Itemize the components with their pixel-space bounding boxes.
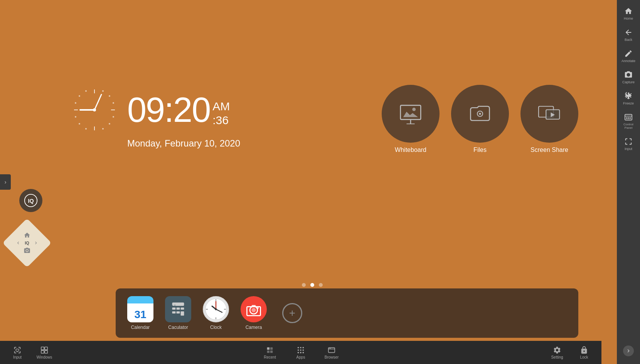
diamond-left-icon bbox=[15, 240, 21, 246]
sidebar-back[interactable]: Back bbox=[618, 25, 639, 45]
svg-point-42 bbox=[215, 308, 217, 310]
right-sidebar: Home Back Annotate Capture Freeze bbox=[617, 0, 640, 364]
sidebar-capture-icon bbox=[624, 71, 633, 79]
diamond-home-icon bbox=[24, 232, 30, 239]
svg-point-15 bbox=[75, 102, 76, 104]
iq-diamond-widget[interactable]: IQ bbox=[8, 224, 46, 262]
camera-icon bbox=[245, 301, 262, 318]
svg-point-12 bbox=[85, 128, 87, 130]
sidebar-annotate[interactable]: Annotate bbox=[618, 46, 639, 66]
svg-rect-34 bbox=[172, 312, 176, 314]
sidebar-control-panel[interactable]: Control Panel bbox=[618, 110, 639, 133]
dock-input[interactable]: Input bbox=[8, 346, 27, 359]
sidebar-control-panel-icon bbox=[624, 113, 633, 121]
dock-lock-label: Lock bbox=[580, 355, 588, 359]
dock-windows-icon bbox=[40, 346, 49, 354]
sidebar-freeze-icon bbox=[624, 92, 633, 100]
svg-point-20 bbox=[93, 108, 96, 111]
dock-recent-icon bbox=[266, 346, 274, 354]
svg-point-17 bbox=[85, 90, 87, 92]
bottom-dock: Input Windows bbox=[0, 341, 601, 364]
dot-2[interactable] bbox=[319, 283, 323, 287]
clock-date: Monday, February 10, 2020 bbox=[127, 138, 240, 149]
sidebar-input[interactable]: Input bbox=[618, 134, 639, 154]
calculator-app[interactable]: - = Caculator bbox=[165, 296, 191, 330]
dock-lock-icon bbox=[580, 346, 588, 354]
dock-browser-icon bbox=[327, 346, 336, 354]
dock-windows-label: Windows bbox=[37, 355, 52, 359]
iq-logo-button[interactable]: IQ bbox=[19, 189, 42, 212]
calendar-app[interactable]: 31 Calendar bbox=[127, 296, 153, 330]
sidebar-input-label: Input bbox=[625, 147, 632, 151]
svg-point-62 bbox=[303, 347, 304, 348]
svg-point-26 bbox=[479, 113, 481, 115]
sidebar-freeze-label: Freeze bbox=[623, 101, 634, 105]
dock-setting[interactable]: Setting bbox=[547, 346, 567, 359]
dock-windows[interactable]: Windows bbox=[35, 346, 54, 359]
svg-point-60 bbox=[298, 347, 299, 348]
apps-tray: 31 Calendar - = Caculator bbox=[116, 288, 578, 338]
dock-apps[interactable]: Apps bbox=[291, 346, 310, 359]
sidebar-home-icon bbox=[624, 7, 633, 15]
dock-input-icon bbox=[13, 346, 22, 354]
svg-rect-33 bbox=[181, 308, 184, 310]
svg-point-14 bbox=[75, 116, 76, 118]
files-icon bbox=[467, 100, 493, 127]
svg-rect-32 bbox=[177, 308, 180, 310]
sidebar-home[interactable]: Home bbox=[618, 4, 639, 24]
svg-rect-52 bbox=[41, 347, 44, 349]
whiteboard-icon bbox=[397, 100, 424, 127]
sidebar-expand-bottom[interactable] bbox=[623, 345, 634, 356]
sidebar-annotate-label: Annotate bbox=[621, 59, 635, 63]
sidebar-freeze[interactable]: Freeze bbox=[618, 89, 639, 108]
screen-share-app[interactable]: Screen Share bbox=[520, 85, 578, 153]
clock-app[interactable]: Clock bbox=[203, 296, 229, 330]
svg-rect-76 bbox=[628, 117, 629, 119]
diamond-right-icon bbox=[33, 240, 39, 246]
svg-point-6 bbox=[102, 90, 104, 92]
dock-apps-icon bbox=[296, 346, 305, 354]
sidebar-back-icon bbox=[624, 28, 633, 37]
dock-browser-label: Browser bbox=[325, 355, 339, 359]
calculator-label: Caculator bbox=[168, 325, 188, 330]
chevron-right-icon bbox=[625, 348, 632, 354]
svg-point-13 bbox=[79, 123, 80, 125]
sidebar-control-panel-label: Control Panel bbox=[619, 123, 638, 130]
files-app[interactable]: Files bbox=[451, 85, 509, 153]
clock-label: Clock bbox=[210, 325, 222, 330]
dot-1[interactable] bbox=[310, 283, 314, 287]
left-expand-button[interactable]: › bbox=[0, 174, 11, 190]
main-apps-row: Whiteboard Files bbox=[382, 85, 578, 153]
svg-rect-59 bbox=[270, 350, 273, 352]
svg-point-9 bbox=[113, 116, 114, 118]
page-dots bbox=[302, 283, 323, 287]
svg-rect-35 bbox=[177, 312, 180, 314]
svg-rect-77 bbox=[630, 117, 631, 119]
dock-lock[interactable]: Lock bbox=[574, 346, 594, 359]
svg-rect-53 bbox=[45, 347, 47, 349]
svg-point-7 bbox=[109, 95, 110, 97]
svg-rect-55 bbox=[45, 350, 47, 353]
sidebar-back-label: Back bbox=[625, 38, 632, 42]
svg-rect-58 bbox=[267, 350, 269, 352]
dot-0[interactable] bbox=[302, 283, 306, 287]
whiteboard-app[interactable]: Whiteboard bbox=[382, 85, 440, 153]
sidebar-capture-label: Capture bbox=[622, 80, 635, 84]
dock-recent[interactable]: Recent bbox=[260, 346, 280, 359]
svg-point-66 bbox=[298, 352, 299, 353]
iq-logo-icon: IQ bbox=[24, 194, 38, 207]
dock-center: Recent Apps bbox=[260, 346, 341, 359]
svg-text:- =: - = bbox=[172, 303, 176, 307]
svg-text:IQ: IQ bbox=[28, 198, 34, 204]
sidebar-capture[interactable]: Capture bbox=[618, 67, 639, 87]
dock-right: Setting Lock bbox=[547, 346, 594, 359]
svg-rect-56 bbox=[267, 347, 269, 349]
svg-point-71 bbox=[329, 348, 330, 349]
sidebar-home-label: Home bbox=[624, 17, 633, 20]
time-seconds: :36 bbox=[212, 113, 230, 127]
dock-browser[interactable]: Browser bbox=[322, 346, 341, 359]
analog-clock bbox=[69, 85, 120, 135]
add-app-button[interactable]: + bbox=[282, 303, 302, 323]
camera-app[interactable]: Camera bbox=[241, 296, 267, 330]
dock-apps-label: Apps bbox=[296, 355, 305, 359]
